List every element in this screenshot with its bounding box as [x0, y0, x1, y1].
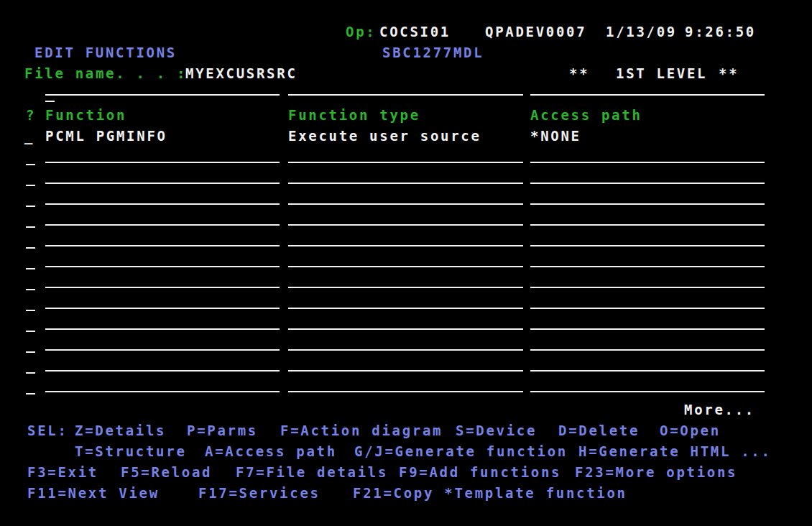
- sel-option-delete: D=Delete: [558, 420, 640, 441]
- fkey-f3-exit: F3=Exit: [27, 462, 98, 483]
- function-field-underline[interactable]: [45, 391, 280, 392]
- sel-option-generate-function: G/J=Generate function: [354, 441, 568, 462]
- sel-column-marker: ?: [26, 105, 36, 126]
- access-path-field-underline[interactable]: [530, 183, 765, 184]
- access-path-field-underline[interactable]: [530, 308, 765, 309]
- sel-option-open: O=Open: [660, 420, 721, 441]
- sel-input-underscore[interactable]: [26, 268, 35, 269]
- fkey-f7-file-details: F7=File details: [236, 462, 388, 483]
- device-name: QPADEV0007: [485, 22, 586, 42]
- sel-option-access-path: A=Access path: [205, 441, 337, 462]
- sel-option-generate-html: H=Generate HTML ...: [578, 441, 772, 462]
- function-field-underline[interactable]: [45, 245, 280, 246]
- sel-input-underscore[interactable]: [26, 289, 35, 290]
- level-stars-left: **: [569, 63, 589, 84]
- time-value: 9:26:50: [685, 22, 756, 42]
- function-type-field-underline[interactable]: [288, 328, 523, 330]
- page-title: EDIT FUNCTIONS: [34, 42, 177, 63]
- row-access-path: *NONE: [530, 126, 581, 147]
- function-field-underline[interactable]: [45, 162, 280, 163]
- sel-input-underscore[interactable]: [26, 206, 35, 207]
- fkey-f23-more-options: F23=More options: [575, 462, 737, 483]
- level-indicator: 1ST LEVEL: [616, 63, 707, 84]
- function-type-field-underline[interactable]: [288, 391, 523, 392]
- fkey-f9-add-functions: F9=Add functions: [399, 462, 561, 483]
- sel-option-device: S=Device: [456, 420, 537, 441]
- fkey-f21-copy-template: F21=Copy *Template function: [353, 483, 627, 504]
- sel-option-details: Z=Details: [75, 420, 166, 441]
- sel-input-underscore[interactable]: [26, 164, 35, 165]
- function-type-field-underline[interactable]: [288, 266, 523, 267]
- function-field-underline[interactable]: [45, 349, 280, 351]
- op-label: Op:: [346, 22, 376, 42]
- function-field-underline[interactable]: [45, 203, 280, 205]
- sel-input-underscore[interactable]: [26, 310, 35, 311]
- sel-option-structure: T=Structure: [75, 441, 187, 462]
- more-indicator: More...: [684, 400, 755, 420]
- function-type-field-underline[interactable]: [288, 224, 523, 226]
- terminal-screen: Op: COCSI01 QPADEV0007 1/13/09 9:26:50 E…: [0, 0, 812, 526]
- sel-input-underscore[interactable]: [26, 393, 35, 394]
- function-field-underline[interactable]: [45, 287, 280, 288]
- access-path-field-underline[interactable]: [530, 224, 765, 226]
- access-path-field-underline[interactable]: [530, 266, 765, 267]
- function-type-field-underline[interactable]: [288, 349, 523, 351]
- function-type-field-underline[interactable]: [288, 308, 523, 309]
- column-header-function: Function: [45, 105, 126, 126]
- access-path-field-underline[interactable]: [530, 391, 765, 392]
- function-field-underline[interactable]: [45, 328, 280, 330]
- row-function-name: PCML PGMINFO: [45, 126, 167, 147]
- function-type-field-underline[interactable]: [288, 245, 523, 246]
- column-underline: [288, 94, 523, 96]
- access-path-field-underline[interactable]: [530, 203, 765, 205]
- file-name-value: MYEXCUSRSRC: [185, 63, 297, 84]
- access-path-field-underline[interactable]: [530, 349, 765, 351]
- fkey-f17-services: F17=Services: [198, 483, 320, 504]
- sel-input-underscore[interactable]: [26, 351, 35, 353]
- model-name: SBC1277MDL: [382, 42, 484, 63]
- access-path-field-underline[interactable]: [530, 287, 765, 288]
- access-path-field-underline[interactable]: [530, 370, 765, 372]
- function-type-field-underline[interactable]: [288, 203, 523, 205]
- column-header-access-path: Access path: [530, 105, 642, 126]
- fkey-f11-next-view: F11=Next View: [27, 483, 160, 504]
- function-field-underline[interactable]: [45, 224, 280, 226]
- access-path-field-underline[interactable]: [530, 328, 765, 330]
- sel-option-action-diagram: F=Action diagram: [280, 420, 443, 441]
- position-to-cursor-underscore[interactable]: [45, 101, 55, 102]
- fkey-f5-reload: F5=Reload: [121, 462, 212, 483]
- access-path-field-underline[interactable]: [530, 245, 765, 246]
- function-type-field-underline[interactable]: [288, 162, 523, 163]
- function-field-underline[interactable]: [45, 308, 280, 309]
- sel-input-underscore[interactable]: [26, 185, 35, 186]
- sel-input-underscore[interactable]: [26, 331, 35, 332]
- sel-input-underscore[interactable]: [26, 372, 35, 374]
- file-name-label: File name. . . :: [24, 63, 187, 84]
- sel-label: SEL:: [27, 420, 68, 441]
- column-underline: [530, 94, 765, 96]
- column-header-function-type: Function type: [288, 105, 420, 126]
- function-field-underline[interactable]: [45, 266, 280, 267]
- function-type-field-underline[interactable]: [288, 370, 523, 372]
- function-type-field-underline[interactable]: [288, 287, 523, 288]
- function-field-underline[interactable]: [45, 370, 280, 372]
- function-type-field-underline[interactable]: [288, 183, 523, 184]
- sel-input-underscore[interactable]: [26, 247, 35, 249]
- row-sel-input[interactable]: _: [24, 126, 34, 147]
- sel-input-underscore[interactable]: [26, 226, 35, 228]
- level-stars-right: **: [719, 63, 739, 84]
- function-field-underline[interactable]: [45, 183, 280, 184]
- position-to-field-underline[interactable]: [45, 94, 280, 96]
- row-function-type: Execute user source: [288, 126, 481, 147]
- sel-option-parms: P=Parms: [187, 420, 258, 441]
- op-value: COCSI01: [379, 22, 451, 42]
- date-value: 1/13/09: [606, 22, 677, 42]
- access-path-field-underline[interactable]: [530, 162, 765, 163]
